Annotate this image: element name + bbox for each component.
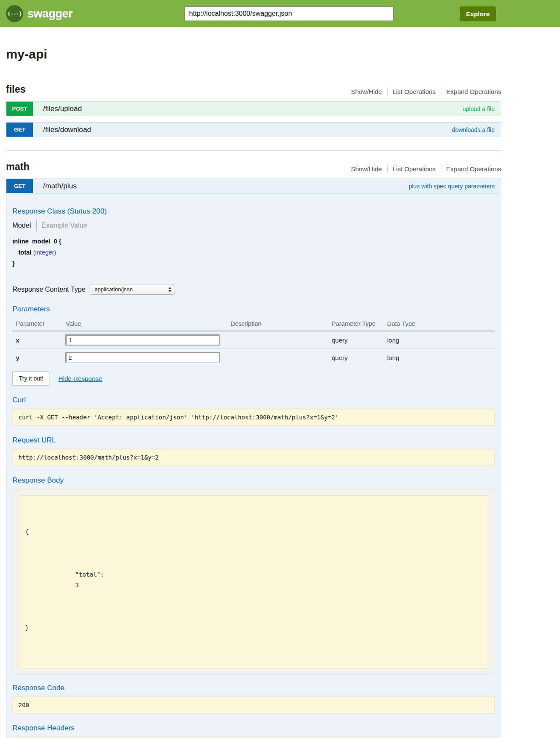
swagger-braces-icon: {···} — [6, 5, 23, 22]
operation-header[interactable]: GET /files/download downloads a file — [6, 123, 501, 137]
resource-header-files: files Show/Hide List Operations Expand O… — [6, 84, 501, 95]
list-operations-link[interactable]: List Operations — [387, 165, 441, 173]
operation-path: /math/plus — [43, 182, 76, 190]
resource-name-math[interactable]: math — [6, 161, 29, 173]
list-operations-link[interactable]: List Operations — [387, 88, 441, 95]
tab-model[interactable]: Model — [12, 220, 36, 231]
response-content-type-row: Response Content Type application/json — [12, 284, 495, 295]
col-data-type: Data Type — [387, 318, 495, 331]
response-code-value: 200 — [12, 697, 495, 714]
swagger-logo-text: swagger — [27, 7, 73, 20]
top-bar: {···} swagger Explore — [0, 0, 560, 27]
json-value: 3 — [75, 582, 79, 589]
response-code-heading: Response Code — [12, 684, 495, 692]
resource-divider — [6, 150, 501, 151]
response-class-heading: Response Class (Status 200) — [12, 207, 495, 216]
curl-command: curl -X GET --header 'Accept: applicatio… — [12, 409, 495, 426]
show-hide-link[interactable]: Show/Hide — [346, 165, 387, 173]
operation-summary-link[interactable]: downloads a file — [452, 126, 495, 133]
col-parameter-type: Parameter Type — [332, 318, 387, 331]
model-signature: inline_model_0 { total (integer) } — [12, 238, 495, 267]
operation-summary-link[interactable]: plus with spec query parameters — [408, 183, 495, 190]
operation-summary-link[interactable]: upload a file — [462, 105, 495, 112]
json-total-line: "total": 3 — [25, 559, 482, 601]
resource-name-files[interactable]: files — [6, 84, 26, 95]
param-data-type: long — [387, 331, 495, 349]
param-y-input[interactable] — [66, 352, 219, 363]
operation-get-math-plus: GET /math/plus plus with spec query para… — [6, 179, 501, 738]
parameter-row-y: y query long — [12, 349, 495, 366]
model-property: total (integer) — [12, 249, 495, 256]
json-key: "total": — [75, 571, 104, 578]
resource-controls: Show/Hide List Operations Expand Operati… — [346, 165, 501, 173]
response-body-json: { "total": 3 } — [19, 495, 488, 669]
param-name: y — [12, 349, 66, 366]
model-tabs: Model Example Value — [12, 220, 495, 231]
content-wrap: my-api files Show/Hide List Operations E… — [6, 47, 501, 738]
get-method-badge: GET — [6, 123, 33, 137]
response-body-heading: Response Body — [12, 476, 495, 485]
operation-get-files-download: GET /files/download downloads a file — [6, 122, 501, 137]
parameters-table: Parameter Value Description Parameter Ty… — [12, 318, 495, 366]
response-content-type-label: Response Content Type — [12, 286, 85, 293]
operation-header[interactable]: GET /math/plus plus with spec query para… — [6, 179, 501, 193]
operation-path: /files/upload — [43, 105, 82, 113]
col-parameter: Parameter — [12, 318, 66, 331]
model-property-name: total — [18, 249, 32, 256]
try-row: Try it out! Hide Response — [12, 371, 495, 386]
parameters-heading: Parameters — [12, 305, 495, 313]
col-value: Value — [66, 318, 230, 331]
api-title: my-api — [6, 47, 501, 62]
curl-heading: Curl — [12, 396, 495, 404]
try-it-out-button[interactable]: Try it out! — [12, 371, 50, 386]
request-url-value: http://localhost:3000/math/plus?x=1&y=2 — [12, 449, 495, 466]
show-hide-link[interactable]: Show/Hide — [346, 88, 387, 95]
json-open-brace: { — [25, 527, 482, 537]
selected-content-type: application/json — [94, 286, 133, 293]
model-close-brace: } — [12, 260, 495, 267]
request-url-heading: Request URL — [12, 436, 495, 445]
operation-path: /files/download — [43, 126, 91, 134]
operation-header[interactable]: POST /files/upload upload a file — [6, 102, 501, 116]
get-method-badge: GET — [6, 179, 33, 193]
operation-detail-panel: Response Class (Status 200) Model Exampl… — [6, 193, 501, 738]
model-name: inline_model_0 { — [12, 238, 495, 245]
expand-operations-link[interactable]: Expand Operations — [441, 88, 501, 95]
param-type: query — [332, 349, 387, 366]
resource-header-math: math Show/Hide List Operations Expand Op… — [6, 161, 501, 173]
explore-button[interactable]: Explore — [460, 6, 496, 21]
col-description: Description — [230, 318, 332, 331]
parameters-header-row: Parameter Value Description Parameter Ty… — [12, 318, 495, 331]
param-name: x — [12, 331, 66, 349]
post-method-badge: POST — [6, 102, 33, 116]
param-type: query — [332, 331, 387, 349]
hide-response-link[interactable]: Hide Response — [58, 375, 102, 382]
response-content-type-select[interactable]: application/json — [90, 284, 175, 295]
expand-operations-link[interactable]: Expand Operations — [441, 165, 501, 173]
response-body-container: { "total": 3 } — [12, 489, 495, 674]
spec-url-input[interactable] — [184, 6, 394, 21]
json-close-brace: } — [25, 623, 482, 633]
operation-post-files-upload: POST /files/upload upload a file — [6, 101, 501, 116]
param-description — [230, 331, 332, 349]
param-x-input[interactable] — [66, 335, 219, 345]
param-data-type: long — [387, 349, 495, 366]
response-headers-heading: Response Headers — [12, 724, 495, 732]
select-arrows-icon — [168, 287, 172, 292]
swagger-logo[interactable]: {···} swagger — [6, 5, 73, 22]
parameter-row-x: x query long — [12, 331, 495, 349]
model-property-type: (integer) — [33, 249, 56, 256]
tab-example-value[interactable]: Example Value — [36, 220, 87, 231]
param-description — [230, 349, 332, 366]
resource-controls: Show/Hide List Operations Expand Operati… — [346, 88, 501, 95]
